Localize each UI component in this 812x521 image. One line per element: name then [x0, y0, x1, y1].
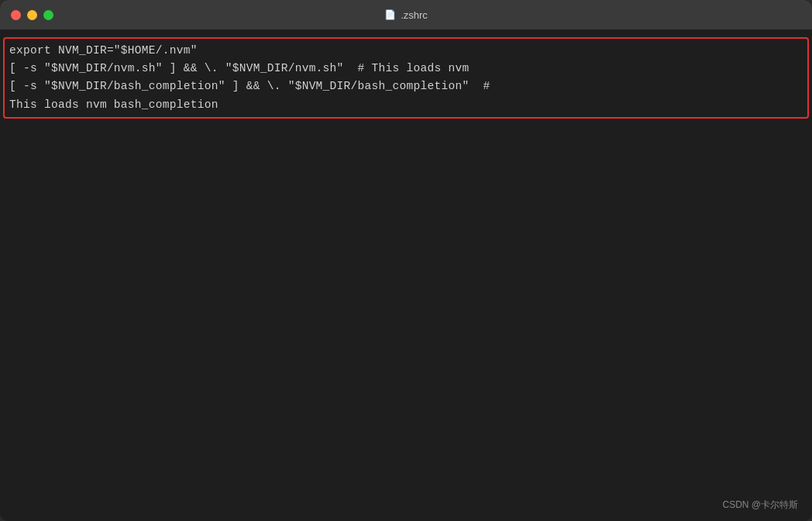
minimize-button[interactable]: [27, 10, 37, 20]
code-line-2: [ -s "$NVM_DIR/nvm.sh" ] && \. "$NVM_DIR…: [9, 62, 469, 74]
traffic-lights: [11, 10, 53, 20]
close-button[interactable]: [11, 10, 21, 20]
code-line-4: This loads nvm bash_completion: [9, 98, 218, 111]
code-content: export NVM_DIR="$HOME/.nvm" [ -s "$NVM_D…: [9, 42, 803, 114]
maximize-button[interactable]: [43, 10, 53, 20]
terminal-window: 📄 .zshrc export NVM_DIR="$HOME/.nvm" [ -…: [0, 0, 812, 521]
highlighted-code-block: export NVM_DIR="$HOME/.nvm" [ -s "$NVM_D…: [3, 37, 809, 119]
code-line-3: [ -s "$NVM_DIR/bash_completion" ] && \. …: [9, 80, 490, 92]
code-line-1: export NVM_DIR="$HOME/.nvm": [9, 44, 198, 57]
title-text: .zshrc: [401, 9, 428, 21]
content-area: export NVM_DIR="$HOME/.nvm" [ -s "$NVM_D…: [0, 29, 812, 521]
file-icon: 📄: [384, 9, 396, 20]
watermark: CSDN @卡尔特斯: [722, 499, 798, 512]
title-bar: 📄 .zshrc: [0, 0, 812, 29]
window-title: 📄 .zshrc: [384, 9, 428, 21]
